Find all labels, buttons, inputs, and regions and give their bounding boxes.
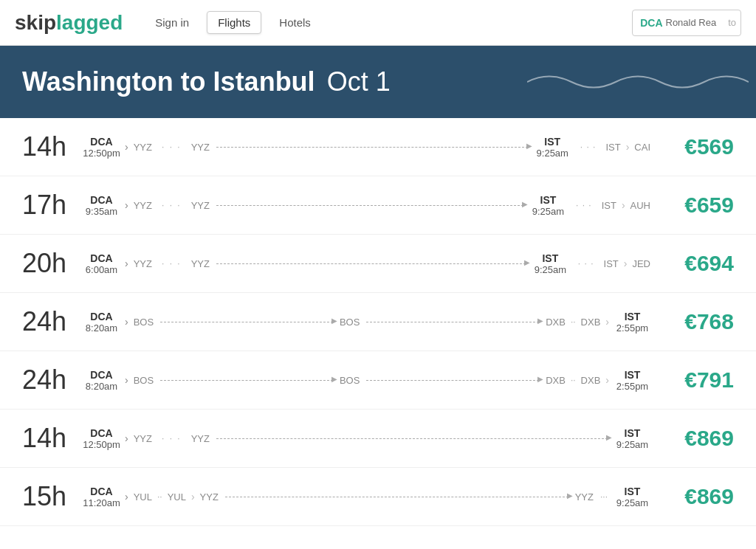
arr-code: IST — [625, 427, 641, 439]
onward-to: CAI — [634, 142, 650, 153]
arr-yyz: YYZ — [575, 491, 594, 503]
via-yul: YUL — [134, 491, 152, 503]
hero-title: Washington to Istanbul Oct 1 — [22, 66, 391, 97]
dep-airport: DCA 8:20am — [81, 311, 122, 334]
flight-segment: DCA 12:50pm › YYZ · · · YYZ IST 9:25am ·… — [81, 136, 653, 159]
search-bar[interactable]: DCA Ronald Rea to — [632, 10, 741, 36]
dashed-arrow-2 — [366, 380, 539, 381]
hero-date: Oct 1 — [327, 66, 391, 97]
arrow-2: › — [605, 316, 609, 328]
dep-code: DCA — [90, 311, 112, 322]
dot-sep: ·· — [571, 317, 576, 327]
onward-from: DXB — [581, 317, 601, 328]
flight-row[interactable]: 24h DCA 8:20am › BOS BOS DXB ·· DXB › IS… — [0, 351, 756, 410]
onward-arrow: › — [622, 199, 625, 211]
hero-banner: Washington to Istanbul Oct 1 — [0, 46, 756, 118]
arr-airport: IST 2:55pm — [612, 311, 653, 334]
arr-time: 2:55pm — [616, 381, 648, 392]
arrow-1: › — [125, 491, 128, 503]
search-origin: DCA Ronald Rea — [633, 17, 724, 29]
arr-code: IST — [540, 194, 557, 206]
dot-sep: ·· — [571, 375, 576, 385]
via1: BOS — [134, 317, 154, 328]
flight-duration: 20h — [22, 248, 81, 279]
nav-flights[interactable]: Flights — [207, 11, 261, 34]
nav-hotels[interactable]: Hotels — [269, 12, 321, 33]
flight-row[interactable]: 15h DCA 11:20am › YUL ·· YUL › YYZ YYZ ·… — [0, 468, 756, 526]
flight-row[interactable]: 24h DCA 8:20am › BOS BOS DXB ·· DXB › IS… — [0, 293, 756, 351]
flight-segment: DCA 12:50pm › YYZ · · · YYZ IST 9:25am — [81, 427, 653, 450]
dashed-arrow-1 — [160, 322, 333, 322]
nav: Sign in Flights Hotels — [145, 11, 632, 34]
flight-row[interactable]: 14h DCA 12:50pm › YYZ · · · YYZ IST 9:25… — [0, 410, 756, 468]
flight-price: €569 — [653, 134, 734, 159]
arr-time: 9:25am — [532, 206, 564, 217]
arr-dxb: DXB — [546, 375, 566, 386]
via1: YYZ — [134, 142, 152, 153]
dep-airport: DCA 8:20am — [81, 369, 122, 392]
flight-duration: 14h — [22, 423, 81, 454]
arr-airport: IST 2:55pm — [612, 369, 653, 392]
arr-airport: IST 9:25am — [612, 486, 653, 508]
arr-airport: IST 9:25am — [612, 427, 653, 450]
mid-yul: YUL — [168, 491, 186, 503]
dashed-arrow-1 — [160, 380, 333, 381]
onward-dots: · · · — [580, 142, 597, 152]
via1: YYZ — [134, 433, 152, 444]
onward-dots: · · · — [576, 200, 592, 210]
arrow-1: › — [125, 432, 128, 444]
dep-time: 11:20am — [83, 497, 120, 508]
arrow-1: › — [125, 374, 128, 386]
onward-dots: · · · — [578, 258, 594, 269]
flight-segment: DCA 8:20am › BOS BOS DXB ·· DXB › IST 2:… — [81, 369, 653, 392]
dep-code: DCA — [90, 194, 112, 206]
flight-price: €694 — [653, 251, 734, 276]
mid1: YYZ — [191, 142, 210, 153]
onward-from: IST — [604, 258, 619, 269]
arrow-1: › — [125, 316, 128, 328]
dep-airport: DCA 12:50pm — [81, 427, 122, 450]
search-origin-name: Ronald Rea — [666, 17, 717, 28]
flight-segment: DCA 11:20am › YUL ·· YUL › YYZ YYZ ··· I… — [81, 486, 653, 508]
arrow-1: › — [125, 199, 128, 211]
flight-row[interactable]: 14h DCA 12:50pm › YYZ · · · YYZ IST 9:25… — [0, 118, 756, 176]
arr-code: IST — [542, 252, 558, 264]
flight-row[interactable]: 17h DCA 9:35am › YYZ · · · YYZ IST 9:25a… — [0, 176, 756, 235]
search-to-label: to — [724, 17, 740, 28]
arr-code: IST — [625, 369, 641, 381]
onward-arrow: › — [624, 258, 628, 269]
flight-price: €768 — [653, 309, 734, 334]
dep-time: 8:20am — [86, 322, 117, 334]
dep-airport: DCA 11:20am — [81, 486, 122, 508]
dashed-arrow — [216, 438, 608, 439]
arrow-2: › — [191, 491, 195, 503]
hero-month: Oct — [327, 66, 368, 97]
arrow-1: › — [125, 258, 128, 269]
dots: · · · — [162, 258, 182, 269]
mid1: BOS — [340, 317, 360, 328]
dep-time: 12:50pm — [83, 148, 120, 159]
flight-segment: DCA 9:35am › YYZ · · · YYZ IST 9:25am · … — [81, 194, 653, 217]
arr-airport: IST 9:25am — [532, 136, 573, 159]
via1: BOS — [134, 375, 154, 386]
nav-signin[interactable]: Sign in — [145, 12, 199, 33]
mid1: BOS — [340, 375, 360, 386]
arr-airport: IST 9:25am — [528, 194, 568, 217]
dashed-arrow — [216, 263, 526, 264]
arr-time: 9:25am — [535, 264, 566, 275]
dep-time: 12:50pm — [83, 439, 120, 450]
dep-code: DCA — [90, 427, 112, 439]
dot-sep2: ··· — [600, 491, 608, 502]
logo-lagged: lagged — [56, 11, 123, 35]
onward-from: DXB — [581, 375, 601, 386]
via1: YYZ — [134, 258, 152, 269]
flight-results: 14h DCA 12:50pm › YYZ · · · YYZ IST 9:25… — [0, 118, 756, 526]
logo-skip: skip — [15, 11, 56, 35]
dot-sep: ·· — [157, 491, 162, 502]
mid1: YYZ — [191, 433, 210, 444]
logo[interactable]: skiplagged — [15, 11, 123, 35]
flight-row[interactable]: 20h DCA 6:00am › YYZ · · · YYZ IST 9:25a… — [0, 235, 756, 293]
flight-price: €791 — [653, 367, 734, 393]
dashed-arrow-2 — [366, 322, 539, 322]
dep-code: DCA — [90, 369, 112, 381]
